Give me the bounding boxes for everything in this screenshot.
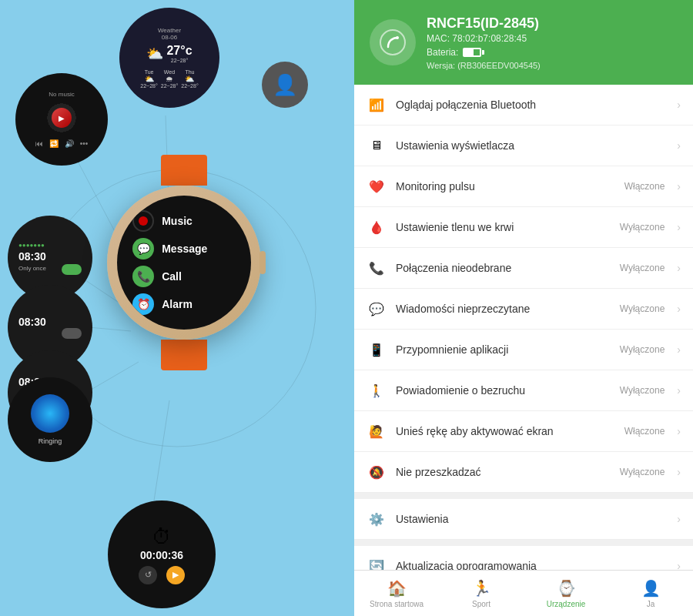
menu-label-heart: Monitoring pulsu	[396, 180, 615, 192]
nav-profile[interactable]: 👤 Ja	[608, 571, 693, 616]
ringing-label: Ringing	[38, 437, 62, 445]
settings-arrow: ›	[677, 513, 681, 525]
app-reminder-arrow: ›	[677, 343, 681, 356]
wrist-icon: 🙋	[367, 421, 387, 441]
watch-menu-music[interactable]: Music	[132, 210, 192, 232]
bluetooth-icon: 📶	[367, 95, 387, 115]
device-name: RNCF15(ID-2845)	[427, 15, 678, 32]
settings-icon: ⚙️	[367, 509, 387, 529]
weather-date: 08-06	[162, 34, 177, 41]
menu-value-sedentary: Wyłączone	[620, 385, 665, 396]
weather-day-3: Thu ⛅ 22~28°	[181, 69, 198, 89]
update-arrow: ›	[677, 560, 681, 570]
watch-face: Music 💬 Message 📞 Call	[107, 186, 261, 340]
menu-item-heart[interactable]: ❤️ Monitoring pulsu Włączone ›	[354, 166, 693, 207]
spo2-icon: 🩸	[367, 217, 387, 237]
alarm-time-1: 08:30	[18, 250, 82, 263]
nav-sport-label: Sport	[472, 600, 490, 608]
menu-label-missed-calls: Połączenia nieodebrane	[396, 262, 611, 274]
nav-home-label: Strona startowa	[370, 600, 424, 608]
left-panel: Weather 08-06 ⛅ 27°c 22~28° Tue ⛅ 22~28°…	[0, 0, 354, 616]
timer-icon: ⏱	[152, 525, 172, 549]
menu-item-settings[interactable]: ⚙️ Ustawienia ›	[354, 499, 693, 540]
svg-point-7	[380, 30, 405, 55]
watch-crown	[259, 251, 266, 274]
menu-item-update[interactable]: 🔄 Aktualizacja oprogramowania ›	[354, 546, 693, 570]
update-icon: 🔄	[367, 556, 387, 570]
music-widget: No music ▶ ⏮ 🔁 🔊 •••	[15, 73, 108, 166]
menu-label-display: Ustawienia wyświetlacza	[396, 139, 668, 152]
menu-divider-1	[354, 493, 693, 499]
watch-strap-top	[161, 155, 207, 186]
weather-widget: Weather 08-06 ⛅ 27°c 22~28° Tue ⛅ 22~28°…	[119, 8, 219, 108]
menu-item-bluetooth[interactable]: 📶 Oglądaj połączenia Bluetooth ›	[354, 85, 693, 126]
dnd-arrow: ›	[677, 466, 681, 478]
timer-widget: ⏱ 00:00:36 ↺ ▶	[108, 500, 216, 608]
alarm-label-1: Only once	[18, 265, 46, 272]
svg-line-6	[154, 400, 169, 500]
device-info: RNCF15(ID-2845) MAC: 78:02:b7:08:28:45 B…	[427, 15, 678, 70]
music-title: No music	[49, 91, 74, 98]
menu-label-dnd: Nie przeszkadzać	[396, 466, 611, 478]
menu-label-update: Aktualizacja oprogramowania	[396, 560, 668, 570]
ringing-widget: Ringing	[8, 377, 92, 462]
missed-call-icon: 📞	[367, 258, 387, 278]
nav-home[interactable]: 🏠 Strona startowa	[354, 571, 439, 616]
user-avatar: 👤	[262, 62, 308, 108]
svg-point-8	[396, 36, 399, 39]
menu-value-dnd: Wyłączone	[620, 467, 665, 477]
watch-body: Music 💬 Message 📞 Call	[107, 155, 261, 363]
menu-item-app-reminder[interactable]: 📱 Przypomnienie aplikacji Wyłączone ›	[354, 330, 693, 370]
menu-label-messages: Wiadomości nieprzeczytane	[396, 303, 611, 315]
raise-wrist-arrow: ›	[677, 425, 681, 437]
nav-sport[interactable]: 🏃 Sport	[439, 571, 524, 616]
menu-item-sedentary[interactable]: 🚶 Powiadomienie o bezruchu Wyłączone ›	[354, 370, 693, 411]
menu-value-messages: Wyłączone	[620, 303, 665, 314]
watch-menu-message[interactable]: 💬 Message	[132, 238, 207, 259]
ringing-icon	[31, 394, 69, 433]
nav-profile-label: Ja	[647, 600, 655, 608]
weather-range: 22~28°	[166, 58, 192, 63]
menu-item-display[interactable]: 🖥 Ustawienia wyświetlacza ›	[354, 126, 693, 166]
menu-item-raise-wrist[interactable]: 🙋 Unieś rękę aby aktywować ekran Włączon…	[354, 411, 693, 452]
timer-play-button[interactable]: ▶	[166, 566, 185, 584]
missed-calls-arrow: ›	[677, 262, 681, 274]
right-panel: RNCF15(ID-2845) MAC: 78:02:b7:08:28:45 B…	[354, 0, 693, 616]
battery-icon	[463, 48, 484, 57]
profile-icon: 👤	[641, 579, 661, 598]
music-volume-icon[interactable]: 🔊	[65, 139, 74, 148]
bluetooth-arrow: ›	[677, 99, 681, 111]
device-header: RNCF15(ID-2845) MAC: 78:02:b7:08:28:45 B…	[354, 0, 693, 85]
device-logo	[370, 19, 416, 65]
heart-arrow: ›	[677, 180, 681, 192]
messages-arrow: ›	[677, 303, 681, 315]
menu-item-messages[interactable]: 💬 Wiadomości nieprzeczytane Wyłączone ›	[354, 289, 693, 330]
music-repeat-icon[interactable]: 🔁	[49, 139, 59, 148]
timer-reset-button[interactable]: ↺	[139, 566, 157, 584]
display-arrow: ›	[677, 139, 681, 152]
menu-label-sedentary: Powiadomienie o bezruchu	[396, 384, 611, 397]
watch-screen: Music 💬 Message 📞 Call	[117, 196, 251, 330]
app-icon: 📱	[367, 340, 387, 360]
battery-label: Bateria:	[427, 47, 458, 58]
menu-list: 📶 Oglądaj połączenia Bluetooth › 🖥 Ustaw…	[354, 85, 693, 570]
menu-item-dnd[interactable]: 🔕 Nie przeszkadzać Wyłączone ›	[354, 452, 693, 493]
menu-value-spo2: Wyłączone	[620, 222, 665, 233]
music-more-icon[interactable]: •••	[80, 139, 89, 148]
nav-device[interactable]: ⌚ Urządzenie	[524, 571, 608, 616]
weather-title: Weather	[158, 27, 181, 34]
menu-divider-2	[354, 540, 693, 546]
weather-day-2: Wed 🌧 22~28°	[161, 69, 178, 89]
weather-temp: 27°c	[166, 44, 192, 58]
menu-item-spo2[interactable]: 🩸 Ustawienie tlenu we krwi Wyłączone ›	[354, 207, 693, 248]
nav-device-label: Urządzenie	[547, 600, 586, 608]
watch-menu-alarm[interactable]: ⏰ Alarm	[132, 293, 192, 315]
menu-item-missed-calls[interactable]: 📞 Połączenia nieodebrane Wyłączone ›	[354, 248, 693, 289]
sedentary-icon: 🚶	[367, 380, 387, 400]
menu-label-raise-wrist: Unieś rękę aby aktywować ekran	[396, 425, 615, 437]
watch-menu-call[interactable]: 📞 Call	[132, 266, 182, 287]
music-prev-icon[interactable]: ⏮	[35, 139, 43, 148]
alarm-toggle-1[interactable]	[62, 264, 82, 275]
alarm-toggle-2[interactable]	[62, 328, 82, 339]
menu-label-app-reminder: Przypomnienie aplikacji	[396, 343, 611, 356]
